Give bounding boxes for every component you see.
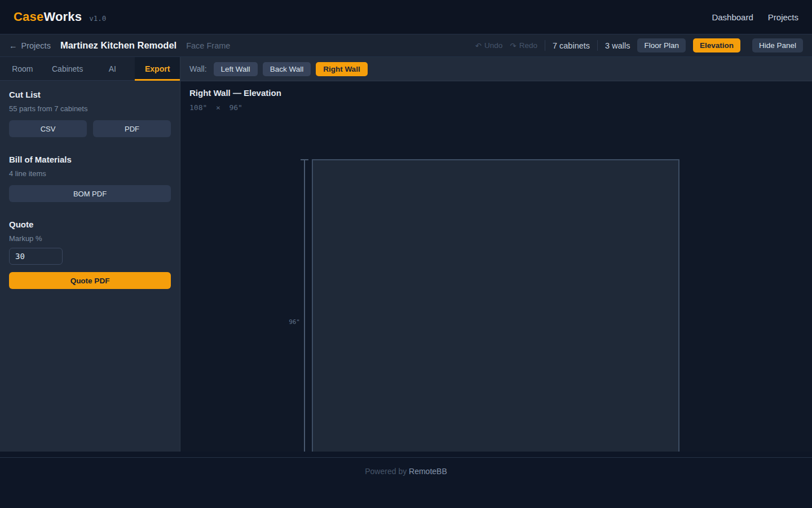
nav-dashboard[interactable]: Dashboard	[712, 12, 753, 22]
cabinet-count: 7 cabinets	[553, 41, 590, 50]
tab-room[interactable]: Room	[0, 57, 45, 80]
divider	[597, 40, 598, 51]
app-logo-case: Case	[14, 10, 43, 24]
wall-button-back[interactable]: Back Wall	[263, 62, 311, 76]
sidebar-tabs: Room Cabinets AI Export	[0, 57, 180, 81]
top-header: CaseWorks v1.0 Dashboard Projects	[0, 0, 812, 34]
app-version: v1.0	[89, 14, 106, 23]
canvas-column: Wall: Left Wall Back Wall Right Wall Rig…	[180, 57, 812, 452]
cut-list-buttons: CSV PDF	[9, 120, 171, 137]
undo-label: Undo	[484, 41, 502, 50]
back-to-projects-link[interactable]: ←Projects	[9, 41, 51, 50]
powered-by-text: Powered by	[365, 467, 407, 476]
bom-title: Bill of Materials	[9, 155, 171, 164]
bom-subtitle: 4 line items	[9, 169, 171, 178]
quote-section: Quote Markup % Quote PDF	[9, 220, 171, 289]
project-subtitle: Face Frame	[186, 41, 230, 50]
main-row: Room Cabinets AI Export Cut List 55 part…	[0, 57, 812, 452]
floor-plan-button[interactable]: Floor Plan	[637, 38, 686, 52]
project-title: Martinez Kitchen Remodel	[60, 40, 176, 51]
project-bar: ←Projects Martinez Kitchen Remodel Face …	[0, 34, 812, 57]
sidebar-panel: Room Cabinets AI Export Cut List 55 part…	[0, 57, 180, 452]
project-bar-left: ←Projects Martinez Kitchen Remodel Face …	[9, 40, 230, 51]
cut-list-csv-button[interactable]: CSV	[9, 120, 87, 137]
remotebb-link[interactable]: RemoteBB	[409, 467, 447, 476]
undo-button[interactable]: ↶Undo	[475, 41, 503, 50]
wall-button-right[interactable]: Right Wall	[316, 62, 368, 76]
bom-buttons: BOM PDF	[9, 185, 171, 202]
dimension-line	[304, 160, 305, 452]
redo-icon: ↷	[510, 41, 516, 50]
app-logo-works: Works	[43, 10, 82, 24]
quote-title: Quote	[9, 220, 171, 229]
tab-cabinets[interactable]: Cabinets	[45, 57, 90, 80]
elevation-title: Right Wall — Elevation	[189, 88, 281, 98]
elevation-canvas[interactable]: Right Wall — Elevation 108" × 96" 96"	[180, 81, 812, 452]
top-nav: Dashboard Projects	[712, 12, 798, 22]
page-footer: Powered by RemoteBB	[0, 457, 812, 476]
elevation-button[interactable]: Elevation	[693, 38, 740, 52]
back-arrow-icon: ←	[9, 41, 17, 50]
hide-panel-button[interactable]: Hide Panel	[752, 38, 803, 52]
cut-list-section: Cut List 55 parts from 7 cabinets CSV PD…	[9, 90, 171, 137]
brand-row: CaseWorks v1.0	[14, 10, 106, 24]
markup-input[interactable]	[9, 248, 63, 265]
cut-list-subtitle: 55 parts from 7 cabinets	[9, 104, 171, 113]
tab-ai[interactable]: AI	[90, 57, 135, 80]
tab-export[interactable]: Export	[135, 57, 180, 80]
app-logo[interactable]: CaseWorks	[14, 10, 82, 24]
bom-section: Bill of Materials 4 line items BOM PDF	[9, 155, 171, 202]
divider	[545, 40, 545, 51]
undo-icon: ↶	[475, 41, 482, 50]
markup-label: Markup %	[9, 234, 171, 243]
wall-button-left[interactable]: Left Wall	[214, 62, 258, 76]
redo-label: Redo	[519, 41, 537, 50]
redo-button[interactable]: ↷Redo	[510, 41, 537, 50]
quote-pdf-button[interactable]: Quote PDF	[9, 272, 171, 289]
project-bar-right: ↶Undo ↷Redo 7 cabinets 3 walls Floor Pla…	[475, 38, 803, 52]
bom-pdf-button[interactable]: BOM PDF	[9, 185, 171, 202]
wall-height-dim-label: 96"	[281, 318, 300, 326]
elevation-dimensions: 108" × 96"	[189, 103, 242, 112]
cut-list-pdf-button[interactable]: PDF	[93, 120, 171, 137]
cut-list-title: Cut List	[9, 90, 171, 99]
back-link-label: Projects	[21, 41, 51, 50]
wall-count: 3 walls	[605, 41, 630, 50]
wall-selector-label: Wall:	[189, 64, 207, 73]
nav-projects[interactable]: Projects	[768, 12, 798, 22]
export-panel: Cut List 55 parts from 7 cabinets CSV PD…	[0, 81, 180, 316]
wall-toolbar: Wall: Left Wall Back Wall Right Wall	[180, 57, 812, 81]
wall-outline-rect[interactable]	[312, 159, 679, 452]
